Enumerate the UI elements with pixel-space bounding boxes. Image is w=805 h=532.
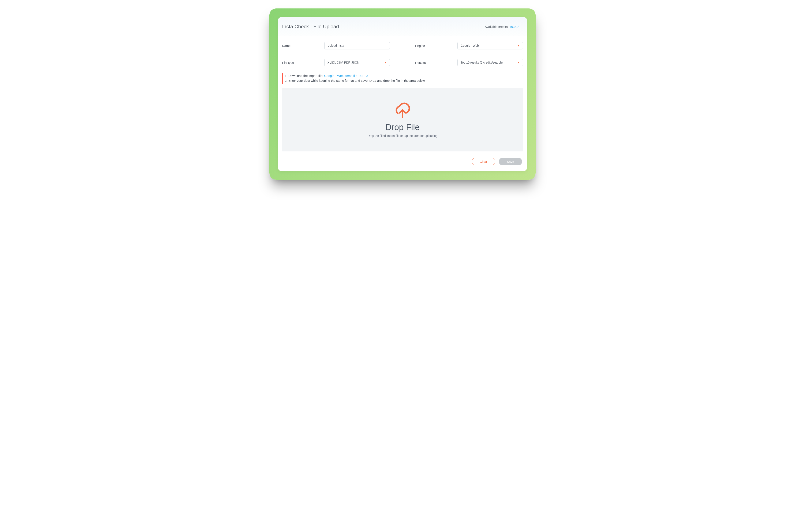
file-type-label: File type [282, 61, 324, 64]
demo-file-link[interactable]: Google - Web demo file Top 10 [324, 74, 368, 77]
instruction-step-1-prefix: 1. Download the import file: [285, 74, 324, 77]
file-type-select[interactable]: XLSX, CSV, PDF, JSON ▼ [324, 59, 390, 66]
cloud-upload-icon [393, 102, 412, 119]
credits-value: 19,992 [509, 25, 519, 28]
results-selected-value: Top 10 results (2 credits/search) [461, 61, 503, 64]
field-engine: Engine Google - Web ▼ [415, 42, 523, 50]
drop-subtitle: Drop the filled import file or tap the a… [368, 134, 437, 137]
drop-title: Drop File [386, 122, 419, 132]
card-body: Name Engine Google - Web ▼ File [278, 36, 527, 171]
outer-frame: Insta Check - File Upload Available cred… [269, 8, 536, 180]
results-select[interactable]: Top 10 results (2 credits/search) ▼ [457, 59, 523, 66]
caret-down-icon: ▼ [518, 44, 520, 47]
instructions-block: 1. Download the import file: Google - We… [282, 73, 523, 84]
instruction-step-2: 2. Enter your data while keeping the sam… [285, 78, 523, 83]
credits-label: Available credits: [485, 25, 509, 28]
name-label: Name [282, 44, 324, 48]
field-results: Results Top 10 results (2 credits/search… [415, 59, 523, 66]
file-type-selected-value: XLSX, CSV, PDF, JSON [327, 61, 359, 64]
name-input[interactable] [324, 42, 390, 50]
card-header: Insta Check - File Upload Available cred… [278, 17, 527, 36]
engine-label: Engine [415, 44, 457, 48]
upload-card: Insta Check - File Upload Available cred… [278, 17, 527, 171]
credits-display: Available credits: 19,992 [485, 25, 519, 28]
form-grid: Name Engine Google - Web ▼ File [282, 42, 523, 66]
instruction-step-1: 1. Download the import file: Google - We… [285, 74, 523, 78]
page-title: Insta Check - File Upload [282, 24, 339, 30]
save-button[interactable]: Save [499, 158, 522, 165]
results-label: Results [415, 61, 457, 64]
engine-select[interactable]: Google - Web ▼ [457, 42, 523, 50]
file-drop-area[interactable]: Drop File Drop the filled import file or… [282, 88, 523, 151]
field-file-type: File type XLSX, CSV, PDF, JSON ▼ [282, 59, 390, 66]
engine-selected-value: Google - Web [461, 44, 479, 47]
actions-row: Clear Save [282, 158, 523, 165]
field-name: Name [282, 42, 390, 50]
clear-button[interactable]: Clear [472, 158, 495, 165]
caret-down-icon: ▼ [518, 61, 520, 64]
caret-down-icon: ▼ [385, 61, 387, 64]
